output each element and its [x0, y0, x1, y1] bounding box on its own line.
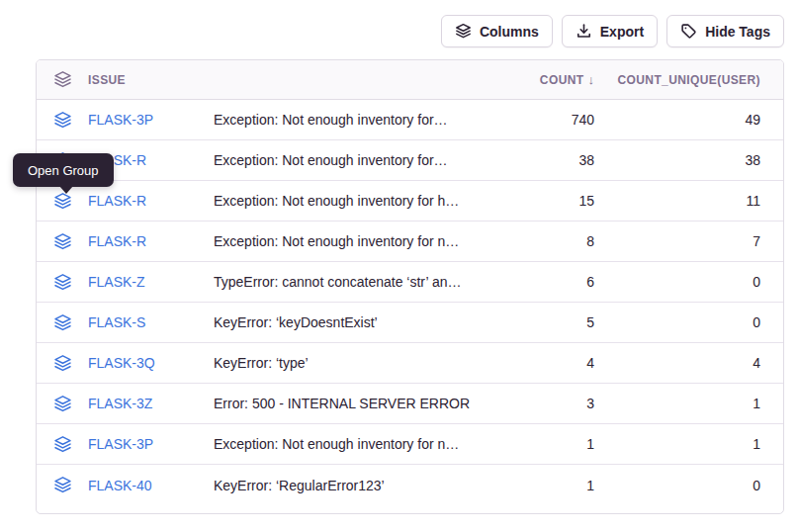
open-group-button[interactable]	[52, 353, 72, 373]
stack-icon	[52, 70, 72, 90]
discover-results-page: Columns Export Hide Tags	[0, 0, 798, 532]
count-value: 6	[495, 274, 594, 290]
issue-message: TypeError: cannot concatenate ‘str’ an…	[214, 274, 495, 290]
issue-link[interactable]: FLASK-S	[88, 314, 145, 330]
stack-icon	[53, 273, 72, 292]
count-unique-column-label[interactable]: COUNT_UNIQUE(USER)	[617, 73, 760, 87]
table-row: FLASK-40 KeyError: ‘RegularError123’ 1 0	[37, 465, 783, 505]
table-row: FLASK-R Exception: Not enough inventory …	[37, 222, 783, 262]
count-unique-column-header[interactable]: COUNT_UNIQUE(USER)	[594, 73, 760, 87]
count-unique-value: 4	[594, 355, 760, 371]
open-group-button[interactable]	[52, 394, 72, 413]
count-column-label[interactable]: COUNT	[540, 73, 584, 87]
columns-button-label: Columns	[480, 24, 539, 40]
table-row: FLASK-3P Exception: Not enough inventory…	[37, 100, 783, 140]
open-group-button[interactable]	[52, 231, 72, 251]
count-unique-value: 49	[594, 112, 760, 128]
count-unique-value: 1	[594, 436, 760, 452]
issue-message: KeyError: ‘keyDoesntExist’	[214, 314, 495, 330]
count-unique-value: 11	[594, 193, 760, 209]
export-button[interactable]: Export	[562, 15, 658, 47]
stack-icon	[53, 232, 72, 251]
table-row: FLASK-R Exception: Not enough inventory …	[37, 181, 783, 222]
count-unique-value: 7	[594, 233, 760, 249]
table-row: FLASK-3P Exception: Not enough inventory…	[37, 424, 783, 465]
open-group-button[interactable]	[52, 110, 72, 130]
hide-tags-button[interactable]: Hide Tags	[666, 15, 784, 47]
table-row: FLASK-R Exception: Not enough inventory …	[37, 140, 783, 181]
issue-message: Exception: Not enough inventory for h…	[214, 193, 495, 209]
count-value: 740	[495, 112, 594, 128]
open-group-button[interactable]	[52, 312, 72, 332]
table-row: FLASK-3Q KeyError: ‘type’ 4 4	[37, 343, 783, 384]
issue-link[interactable]: FLASK-40	[88, 478, 152, 493]
stack-icon	[455, 23, 472, 40]
open-group-button[interactable]	[52, 191, 72, 211]
issue-message: Exception: Not enough inventory for…	[214, 112, 495, 128]
export-button-label: Export	[600, 24, 644, 40]
open-group-button[interactable]	[52, 272, 72, 292]
issue-column-header[interactable]: ISSUE	[52, 70, 214, 90]
stack-icon	[53, 435, 72, 454]
download-icon	[576, 23, 592, 40]
open-group-tooltip: Open Group	[13, 153, 114, 187]
count-value: 8	[495, 233, 594, 249]
stack-icon	[53, 192, 72, 211]
count-value: 15	[495, 193, 594, 209]
issue-message: Exception: Not enough inventory for n…	[214, 233, 495, 249]
count-value: 1	[495, 436, 594, 452]
table-row: FLASK-Z TypeError: cannot concatenate ‘s…	[37, 262, 783, 303]
count-unique-value: 0	[594, 274, 760, 290]
issue-message: KeyError: ‘RegularError123’	[214, 478, 495, 493]
issue-message: Error: 500 - INTERNAL SERVER ERROR	[214, 396, 495, 411]
issues-table: ISSUE COUNT↓ COUNT_UNIQUE(USER) FLASK-3P…	[36, 59, 784, 514]
tooltip-caret	[59, 186, 73, 194]
issue-message: Exception: Not enough inventory for…	[214, 152, 495, 168]
open-group-button[interactable]	[52, 434, 72, 454]
issue-link[interactable]: FLASK-Z	[88, 274, 145, 290]
stack-icon	[53, 313, 72, 332]
count-unique-value: 0	[594, 314, 760, 330]
issue-link[interactable]: FLASK-R	[88, 233, 146, 249]
stack-icon	[53, 476, 72, 494]
count-value: 1	[495, 478, 594, 493]
issue-link[interactable]: FLASK-R	[88, 193, 146, 209]
count-value: 4	[495, 355, 594, 371]
issue-message: KeyError: ‘type’	[214, 355, 495, 371]
count-value: 38	[495, 152, 594, 168]
issue-link[interactable]: FLASK-3P	[88, 436, 153, 452]
count-value: 3	[495, 396, 594, 411]
table-row: FLASK-3Z Error: 500 - INTERNAL SERVER ER…	[37, 384, 783, 424]
issue-link[interactable]: FLASK-3Z	[88, 396, 152, 411]
open-group-tooltip-label: Open Group	[28, 163, 99, 178]
table-body: FLASK-3P Exception: Not enough inventory…	[37, 100, 783, 505]
issue-link[interactable]: FLASK-3P	[88, 112, 153, 128]
stack-icon	[53, 354, 72, 373]
table-row: FLASK-S KeyError: ‘keyDoesntExist’ 5 0	[37, 303, 783, 343]
toolbar: Columns Export Hide Tags	[441, 15, 784, 47]
issue-message: Exception: Not enough inventory for n…	[214, 436, 495, 452]
stack-icon	[53, 111, 72, 130]
issue-column-label[interactable]: ISSUE	[88, 73, 126, 87]
count-value: 5	[495, 314, 594, 330]
count-unique-value: 0	[594, 478, 760, 493]
count-column-header[interactable]: COUNT↓	[495, 72, 594, 87]
open-group-button[interactable]	[52, 476, 72, 495]
tag-icon	[680, 23, 697, 40]
hide-tags-button-label: Hide Tags	[705, 24, 770, 40]
table-header-row: ISSUE COUNT↓ COUNT_UNIQUE(USER)	[37, 60, 783, 100]
stack-icon	[53, 395, 72, 413]
count-unique-value: 38	[594, 152, 760, 168]
columns-button[interactable]: Columns	[441, 15, 553, 47]
count-unique-value: 1	[594, 396, 760, 411]
issue-link[interactable]: FLASK-3Q	[88, 355, 155, 371]
